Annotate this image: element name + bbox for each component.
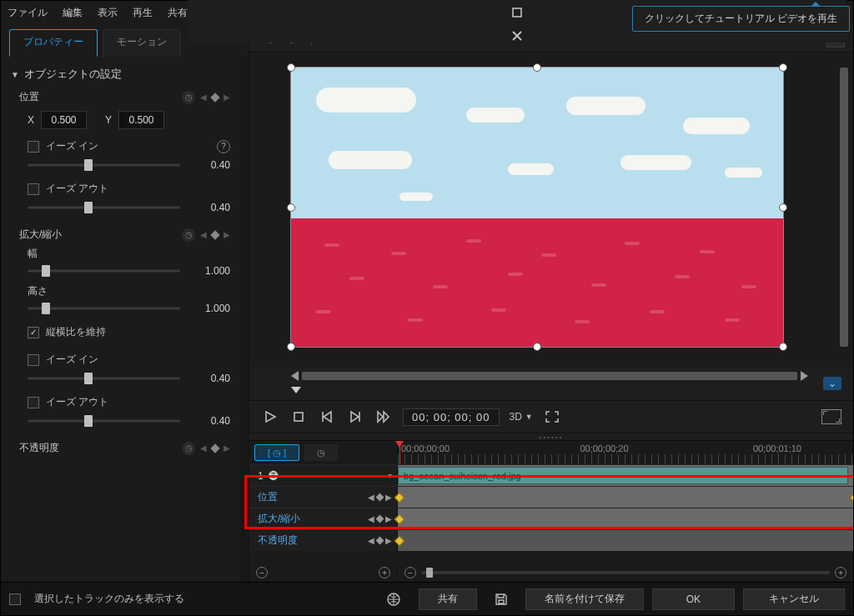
resize-handle-mr[interactable] <box>779 203 787 212</box>
panel-resize-grip[interactable]: •••••• <box>249 433 853 440</box>
stopwatch-icon[interactable]: ◷ <box>182 228 195 242</box>
scale-ease-out-label: イーズ アウト <box>46 395 108 409</box>
opacity-label: 不透明度 <box>19 441 175 455</box>
properties-scrollbar[interactable] <box>240 57 249 582</box>
menu-share[interactable]: 共有 <box>168 6 188 20</box>
add-keyframe-button[interactable] <box>210 93 219 102</box>
scale-height-slider[interactable] <box>28 300 180 317</box>
track-scale-label: 拡大/縮小 <box>258 512 300 526</box>
scale-ease-in-slider[interactable] <box>28 370 180 387</box>
collapse-preview-button[interactable]: ⌄ <box>823 377 841 390</box>
pos-ease-out-slider[interactable] <box>28 199 180 216</box>
tutorial-tooltip[interactable]: クリックしてチュートリアル ビデオを再生 <box>632 6 850 32</box>
share-button[interactable]: 共有 <box>419 588 477 610</box>
add-track-button[interactable]: ＋ <box>379 567 390 578</box>
stopwatch-icon[interactable]: ◷ <box>182 442 195 455</box>
pos-ease-in-slider[interactable] <box>28 157 180 173</box>
keyframe-mode-button[interactable]: [ ◷ ] <box>254 444 299 461</box>
scale-ease-out-checkbox[interactable] <box>28 397 39 408</box>
scale-height-label: 高さ <box>19 284 230 298</box>
zoom-in-button[interactable]: ＋ <box>835 567 846 578</box>
section-object-settings[interactable]: ▼ オブジェクトの設定 <box>8 62 230 87</box>
scale-ease-in-label: イーズ イン <box>46 353 98 367</box>
zoom-out-button[interactable]: − <box>404 567 416 578</box>
fullscreen-button[interactable] <box>543 408 561 426</box>
resize-handle-bl[interactable] <box>287 343 295 351</box>
ok-button[interactable]: OK <box>652 588 735 610</box>
pos-ease-out-label: イーズ アウト <box>46 182 108 196</box>
resize-handle-bc[interactable] <box>533 343 541 351</box>
timeline-ruler[interactable]: 00;00;00;00 00;00;00;20 00;00;01;10 <box>398 441 853 464</box>
remove-track-button[interactable]: − <box>256 567 268 578</box>
menu-play[interactable]: 再生 <box>133 6 153 20</box>
maximize-button[interactable] <box>510 6 524 19</box>
next-keyframe-button[interactable]: ▶ <box>224 443 230 453</box>
clip-lane[interactable]: bg_ocean_suiheisen_red.jpg <box>398 465 853 486</box>
canvas-area[interactable] <box>249 53 853 367</box>
keyframe-marker[interactable] <box>850 492 853 503</box>
pos-y-label: Y <box>105 114 112 126</box>
tab-property[interactable]: プロパティー <box>9 29 98 57</box>
scale-ease-in-checkbox[interactable] <box>28 354 39 366</box>
pos-ease-in-checkbox[interactable] <box>28 141 39 153</box>
resize-handle-ml[interactable] <box>287 203 295 212</box>
3d-toggle[interactable]: 3D ▼ <box>510 408 533 426</box>
track-position-lane[interactable] <box>398 487 853 508</box>
scale-width-value: 1.000 <box>188 265 230 277</box>
stop-button[interactable] <box>289 408 308 426</box>
section-object-settings-label: オブジェクトの設定 <box>24 67 122 82</box>
save-icon-button[interactable] <box>485 588 517 610</box>
clock-mode-button[interactable]: ◷ <box>304 444 338 461</box>
pos-x-input[interactable] <box>41 111 87 129</box>
scale-ease-out-slider[interactable] <box>28 413 180 429</box>
prev-keyframe-button[interactable]: ◀ <box>200 230 207 239</box>
prev-keyframe-button[interactable]: ◀ <box>200 93 207 102</box>
timecode-display[interactable]: 00; 00; 00; 00 <box>403 408 500 426</box>
scale-width-slider[interactable] <box>28 263 180 279</box>
menu-file[interactable]: ファイル <box>8 6 48 20</box>
save-as-button[interactable]: 名前を付けて保存 <box>525 588 644 610</box>
safe-zone-button[interactable] <box>821 409 841 424</box>
add-keyframe-button[interactable] <box>210 230 219 239</box>
next-keyframe-button[interactable]: ▶ <box>224 93 230 102</box>
right-panel: ▼ <box>249 24 853 582</box>
resize-handle-tc[interactable] <box>533 63 541 72</box>
track-collapse-icon[interactable]: ▾ <box>388 471 392 480</box>
resize-handle-br[interactable] <box>779 343 787 351</box>
fast-forward-button[interactable] <box>374 408 393 426</box>
pos-x-label: X <box>28 114 34 126</box>
menu-view[interactable]: 表示 <box>98 6 118 20</box>
next-keyframe-button[interactable]: ▶ <box>224 230 230 239</box>
zoom-dropdown-icon[interactable] <box>291 387 301 393</box>
canvas-vscrollbar[interactable] <box>840 68 848 347</box>
track-opacity-lane[interactable] <box>398 530 853 551</box>
prev-frame-button[interactable] <box>318 408 336 426</box>
clip-bar[interactable]: bg_ocean_suiheisen_red.jpg <box>398 467 848 484</box>
resize-handle-tl[interactable] <box>287 63 295 72</box>
show-selected-only-checkbox[interactable] <box>9 593 21 605</box>
preview-canvas[interactable] <box>291 68 783 347</box>
cancel-button[interactable]: キャンセル <box>743 588 845 610</box>
keep-ratio-checkbox[interactable] <box>28 327 39 338</box>
playhead[interactable] <box>399 441 400 464</box>
track-scale-lane[interactable] <box>398 508 853 529</box>
menu-edit[interactable]: 編集 <box>63 6 83 20</box>
next-frame-button[interactable] <box>346 408 364 426</box>
prev-keyframe-button[interactable]: ◀ <box>200 443 207 453</box>
help-icon[interactable]: ? <box>217 140 230 153</box>
stopwatch-icon[interactable]: ◷ <box>182 91 195 104</box>
resize-handle-tr[interactable] <box>779 63 787 72</box>
add-keyframe-button[interactable] <box>210 443 219 453</box>
timeline-zoom-slider[interactable] <box>421 571 830 574</box>
play-button[interactable] <box>261 408 279 426</box>
pos-ease-out-checkbox[interactable] <box>28 183 39 195</box>
pos-y-input[interactable] <box>118 111 164 129</box>
canvas-hscrollbar[interactable] <box>302 372 797 380</box>
globe-button[interactable] <box>377 588 410 610</box>
scale-width-label: 幅 <box>19 247 230 261</box>
canvas-scroll-left[interactable] <box>291 371 299 381</box>
close-button[interactable] <box>510 29 524 43</box>
canvas-scroll-right[interactable] <box>801 371 808 381</box>
tab-motion[interactable]: モーション <box>103 29 181 57</box>
chevron-down-icon: ▼ <box>11 70 19 79</box>
